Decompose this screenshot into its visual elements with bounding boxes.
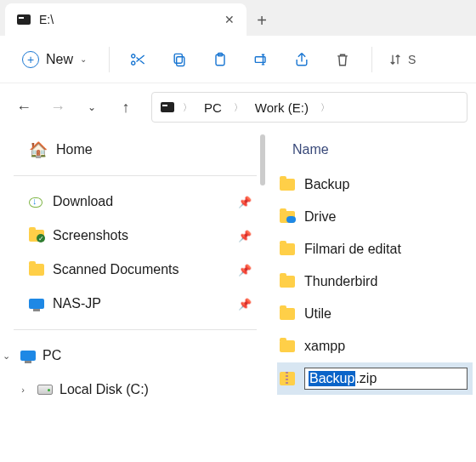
folder-icon (280, 340, 295, 352)
nav-bar: ← → ⌄ ↑ 〉 PC 〉 Work (E:) 〉 (0, 83, 476, 131)
file-list: Name Backup Drive Filmari de editat Thun… (265, 131, 476, 462)
trash-icon (334, 51, 351, 68)
copy-icon (171, 51, 188, 68)
sidebar-label: Download (53, 194, 230, 209)
download-icon: ↓ (29, 194, 44, 209)
chevron-right-icon[interactable]: › (15, 385, 31, 395)
sidebar-item-home[interactable]: 🏠 Home (14, 133, 257, 167)
pin-icon: 📌 (238, 264, 252, 277)
file-row[interactable]: Drive (277, 201, 473, 233)
copy-button[interactable] (162, 44, 196, 75)
tab-title: E:\ (39, 13, 216, 26)
pin-icon: 📌 (238, 196, 252, 208)
chevron-right-icon: 〉 (179, 101, 196, 114)
sidebar-item-scanned[interactable]: Scanned Documents 📌 (14, 253, 257, 287)
file-name: Thunderbird (304, 274, 377, 289)
divider (14, 329, 257, 330)
pc-icon (20, 351, 36, 361)
file-name: Filmari de editat (304, 242, 401, 257)
sort-label: S (408, 53, 416, 66)
file-row[interactable]: Filmari de editat (277, 233, 473, 265)
chevron-down-icon: ⌄ (80, 54, 87, 64)
delete-button[interactable] (326, 44, 360, 75)
cloud-folder-icon (280, 211, 295, 223)
rename-input[interactable]: Backup.zip (304, 368, 468, 390)
file-name: Utile (304, 306, 332, 322)
share-icon (293, 51, 310, 68)
pin-icon: 📌 (238, 298, 252, 311)
sidebar-label: PC (42, 348, 252, 363)
pin-icon: 📌 (238, 230, 252, 242)
share-button[interactable] (285, 44, 319, 75)
forward-button[interactable]: → (42, 92, 73, 123)
breadcrumb-pc[interactable]: PC (201, 99, 225, 117)
folder-icon (280, 276, 295, 288)
sort-icon (388, 52, 403, 67)
sidebar-item-screenshots[interactable]: Screenshots 📌 (14, 219, 257, 253)
chevron-right-icon: 〉 (230, 101, 246, 114)
clipboard-icon (212, 51, 229, 68)
separator (371, 47, 372, 72)
toolbar: + New ⌄ S (0, 36, 476, 83)
file-row[interactable]: Utile (277, 298, 473, 330)
sidebar-label: NAS-JP (53, 296, 230, 311)
address-bar[interactable]: 〉 PC 〉 Work (E:) 〉 (151, 92, 468, 123)
back-button[interactable]: ← (8, 92, 39, 123)
paste-button[interactable] (203, 44, 237, 75)
monitor-icon (29, 299, 44, 309)
new-label: New (46, 52, 73, 67)
folder-check-icon (29, 230, 44, 242)
column-label: Name (292, 142, 329, 157)
recent-button[interactable]: ⌄ (76, 92, 107, 123)
rename-button[interactable] (244, 44, 278, 75)
plus-circle-icon: + (22, 51, 39, 68)
column-header-name[interactable]: Name (277, 131, 473, 168)
svg-rect-1 (174, 54, 182, 63)
console-icon (17, 13, 31, 26)
rename-rest-text: .zip (355, 371, 377, 386)
cut-button[interactable] (122, 44, 156, 75)
chevron-right-icon: 〉 (317, 101, 333, 114)
file-row[interactable]: xampp (277, 330, 473, 362)
sidebar-label: Home (56, 142, 252, 157)
sidebar-item-nas[interactable]: NAS-JP 📌 (14, 287, 257, 321)
rename-icon (252, 51, 269, 68)
separator (109, 47, 110, 72)
drive-icon (37, 385, 53, 395)
new-button[interactable]: + New ⌄ (12, 46, 97, 73)
sidebar-label: Screenshots (53, 228, 230, 243)
content: 🏠 Home ↓ Download 📌 Screenshots 📌 (0, 131, 476, 462)
breadcrumb-drive[interactable]: Work (E:) (252, 99, 312, 117)
sidebar-label: Local Disk (C:) (60, 382, 252, 397)
drive-icon (161, 102, 174, 112)
file-row[interactable]: Thunderbird (277, 265, 473, 298)
file-name: xampp (304, 339, 345, 354)
file-row[interactable]: Backup (277, 168, 473, 201)
sidebar-item-localdisk[interactable]: › Local Disk (C:) (14, 373, 257, 407)
divider (14, 175, 257, 176)
sidebar: 🏠 Home ↓ Download 📌 Screenshots 📌 (0, 131, 265, 462)
sidebar-item-pc[interactable]: ⌄ PC (14, 339, 257, 373)
tab-active[interactable]: E:\ ✕ (5, 3, 246, 36)
svg-rect-4 (255, 56, 265, 62)
rename-selected-text: Backup (309, 371, 355, 386)
tab-bar: E:\ ✕ + (0, 0, 476, 36)
sort-button[interactable]: S (384, 44, 419, 75)
file-name: Backup (304, 177, 349, 192)
sidebar-label: Scanned Documents (53, 262, 230, 277)
sidebar-item-download[interactable]: ↓ Download 📌 (14, 185, 257, 219)
zip-icon (280, 372, 295, 385)
scissors-icon (130, 51, 147, 68)
file-row-renaming[interactable]: Backup.zip (277, 362, 473, 395)
folder-icon (29, 264, 44, 276)
file-name: Drive (304, 209, 336, 225)
folder-icon (280, 179, 295, 191)
up-button[interactable]: ↑ (110, 92, 141, 123)
new-tab-button[interactable]: + (246, 5, 277, 36)
folder-icon (280, 308, 295, 320)
svg-rect-0 (177, 56, 184, 66)
close-icon[interactable]: ✕ (224, 13, 235, 26)
scrollbar-hint[interactable] (260, 134, 265, 185)
chevron-down-icon[interactable]: ⌄ (0, 351, 14, 362)
folder-icon (280, 243, 295, 255)
